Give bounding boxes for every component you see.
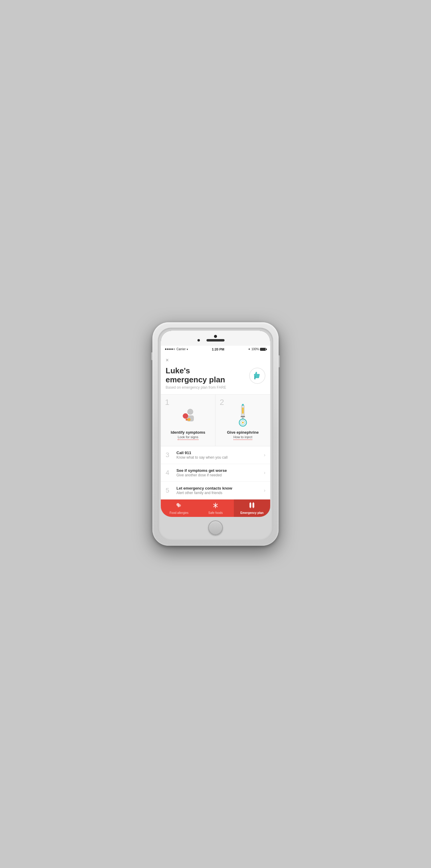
- svg-rect-7: [242, 404, 244, 406]
- phone-device: Carrier ▾ 1:20 PM ✦ 100% ×: [152, 322, 279, 546]
- step-5-item[interactable]: 5 Let emergency contacts know Alert othe…: [161, 482, 270, 499]
- step-1-card[interactable]: 1: [161, 395, 216, 446]
- svg-rect-22: [250, 502, 251, 503]
- symptoms-icon-area: [178, 405, 199, 427]
- signal-dot-5: [173, 348, 175, 350]
- svg-rect-9: [241, 416, 245, 417]
- svg-rect-21: [250, 503, 251, 507]
- step-2-number: 2: [220, 398, 224, 407]
- step-3-item[interactable]: 3 Call 911 Know what to say when you cal…: [161, 446, 270, 464]
- step-4-desc: Give another dose if needed: [176, 473, 264, 477]
- svg-point-1: [187, 409, 193, 415]
- svg-rect-25: [253, 502, 254, 503]
- thumbs-up-icon: [253, 372, 261, 380]
- tab-safe-foods[interactable]: Safe foods: [197, 499, 233, 517]
- status-time: 1:20 PM: [212, 347, 225, 351]
- svg-rect-14: [242, 417, 243, 418]
- step-4-number: 4: [166, 469, 174, 477]
- tab-food-allergies[interactable]: Food allergies: [161, 499, 197, 517]
- camera: [214, 335, 217, 338]
- svg-rect-23: [250, 507, 251, 508]
- food-allergies-svg: [176, 502, 182, 509]
- step-4-text: See if symptoms get worse Give another d…: [176, 468, 264, 477]
- symptoms-icon: [178, 406, 199, 426]
- svg-rect-24: [253, 503, 254, 507]
- wifi-icon: ▾: [186, 348, 188, 351]
- battery-fill: [260, 348, 265, 350]
- step-2-card[interactable]: 2: [216, 395, 270, 446]
- status-right: ✦ 100%: [248, 347, 266, 351]
- safe-foods-icon: [212, 502, 219, 510]
- carrier-label: Carrier: [176, 347, 186, 351]
- step-3-desc: Know what to say when you call: [176, 455, 264, 460]
- home-button[interactable]: [208, 521, 223, 535]
- header-text: Luke's emergency plan Based on emergency…: [166, 366, 226, 390]
- battery-percent: 100%: [251, 347, 259, 351]
- emergency-plan-svg: [248, 502, 256, 509]
- svg-point-4: [188, 418, 191, 421]
- svg-point-3: [183, 413, 188, 419]
- thumbs-up-button[interactable]: [249, 368, 265, 384]
- page-subtitle: Based on emergency plan from FARE: [166, 385, 226, 390]
- app-screen: × Luke's emergency plan Based on emergen…: [161, 353, 270, 517]
- bluetooth-icon: ✦: [248, 347, 250, 351]
- phone-inner-bezel: Carrier ▾ 1:20 PM ✦ 100% ×: [158, 328, 273, 540]
- notch-area: [161, 331, 270, 346]
- safe-foods-svg: [212, 502, 219, 509]
- tab-safe-foods-label: Safe foods: [208, 511, 223, 515]
- step-2-title: Give epinephrine: [227, 430, 258, 435]
- svg-point-13: [242, 422, 244, 424]
- close-icon: ×: [166, 357, 169, 363]
- step-3-number: 3: [166, 451, 174, 459]
- emergency-plan-icon: [248, 502, 256, 510]
- food-allergies-icon: [176, 502, 182, 510]
- step-1-title: Identify symptoms: [171, 430, 205, 435]
- step-5-number: 5: [166, 487, 174, 494]
- step-4-item[interactable]: 4 See if symptoms get worse Give another…: [161, 464, 270, 482]
- svg-rect-26: [253, 507, 254, 508]
- close-button[interactable]: ×: [161, 353, 270, 365]
- home-button-area: [161, 517, 270, 537]
- steps-grid: 1: [161, 394, 270, 446]
- page-title: Luke's emergency plan: [166, 366, 226, 384]
- step-4-title: See if symptoms get worse: [176, 468, 264, 473]
- step-3-text: Call 911 Know what to say when you call: [176, 451, 264, 460]
- step-5-text: Let emergency contacts know Alert other …: [176, 486, 264, 495]
- svg-point-5: [185, 418, 188, 421]
- volume-button: [151, 352, 152, 360]
- signal-dot-3: [169, 348, 171, 350]
- signal-dot-1: [165, 348, 167, 350]
- battery-icon: [260, 348, 266, 351]
- step-3-chevron: ›: [264, 452, 265, 458]
- epi-icon: [236, 404, 250, 428]
- step-5-desc: Alert other family and friends: [176, 491, 264, 495]
- title-line1: Luke's: [166, 366, 190, 375]
- epi-icon-area: [236, 405, 250, 427]
- step-5-chevron: ›: [264, 488, 265, 493]
- step-2-subtitle: How to inject: [233, 435, 253, 440]
- power-button: [279, 355, 280, 367]
- front-sensor: [198, 339, 200, 341]
- tab-emergency-plan-label: Emergency plan: [240, 511, 264, 515]
- signal-dots: [165, 348, 175, 350]
- speaker: [206, 339, 225, 341]
- svg-rect-8: [242, 408, 244, 413]
- svg-rect-0: [254, 376, 256, 379]
- phone-screen: Carrier ▾ 1:20 PM ✦ 100% ×: [161, 331, 270, 517]
- step-5-title: Let emergency contacts know: [176, 486, 264, 491]
- step-1-subtitle: Look for signs: [178, 435, 198, 440]
- tab-emergency-plan[interactable]: Emergency plan: [234, 499, 270, 517]
- step-3-title: Call 911: [176, 451, 264, 455]
- step-1-number: 1: [165, 398, 169, 407]
- signal-dot-2: [167, 348, 169, 350]
- status-left: Carrier ▾: [165, 347, 188, 351]
- tab-food-allergies-label: Food allergies: [170, 511, 189, 515]
- list-items: 3 Call 911 Know what to say when you cal…: [161, 446, 270, 499]
- title-line2: emergency plan: [166, 375, 225, 384]
- svg-point-17: [178, 505, 179, 507]
- signal-dot-4: [171, 348, 173, 350]
- status-bar: Carrier ▾ 1:20 PM ✦ 100%: [161, 346, 270, 353]
- header-area: Luke's emergency plan Based on emergency…: [161, 365, 270, 395]
- tab-bar: Food allergies Safe foods: [161, 499, 270, 517]
- step-4-chevron: ›: [264, 470, 265, 475]
